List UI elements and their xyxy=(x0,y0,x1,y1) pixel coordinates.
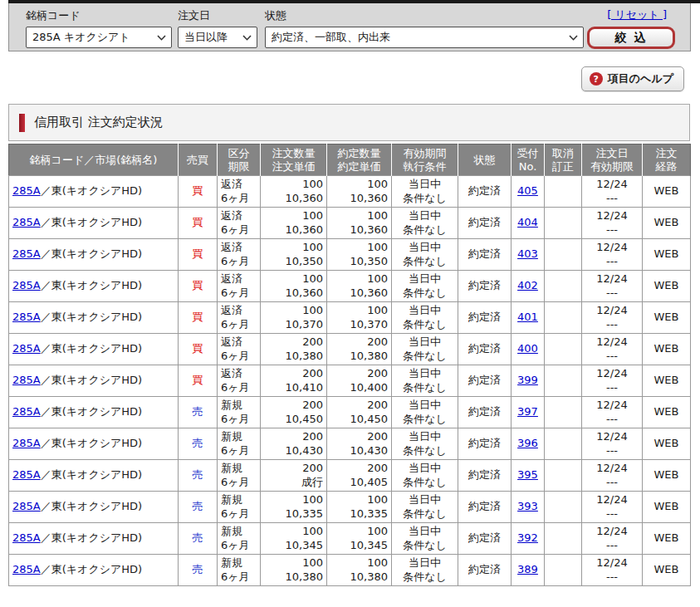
term-condition-cell: 当日中 条件なし xyxy=(392,365,458,397)
order-date-cell: 12/24 --- xyxy=(582,239,643,271)
market-name: ／東(キオクシアHD) xyxy=(41,531,142,544)
route-cell: WEB xyxy=(643,365,691,397)
market-name: ／東(キオクシアHD) xyxy=(41,563,142,575)
cancel-cell xyxy=(545,428,582,460)
receipt-no-link[interactable]: 389 xyxy=(517,563,538,575)
stock-code-link[interactable]: 285A xyxy=(12,342,41,355)
stock-code-link[interactable]: 285A xyxy=(12,247,41,260)
col-header-cancel: 取消 訂正 xyxy=(545,144,582,176)
route-cell: WEB xyxy=(643,208,691,239)
side-cell: 売 xyxy=(179,428,218,460)
stock-cell: 285A／東(キオクシアHD) xyxy=(9,397,179,428)
order-date-cell: 12/24 --- xyxy=(582,555,643,586)
exec-qty-price-cell: 200 10,405 xyxy=(327,460,392,492)
stock-code-link[interactable]: 285A xyxy=(12,468,41,481)
col-header-stock: 銘柄コード／市場(銘柄名) xyxy=(9,144,179,176)
receipt-no-link[interactable]: 402 xyxy=(517,279,538,291)
status-cell: 約定済 xyxy=(458,460,512,492)
col-header-side: 売買 xyxy=(179,144,218,176)
kubun-cell: 新規 6ヶ月 xyxy=(218,492,261,523)
term-condition-cell: 当日中 条件なし xyxy=(392,271,458,302)
receipt-no-link[interactable]: 400 xyxy=(517,342,538,355)
help-button[interactable]: ? 項目のヘルプ xyxy=(581,66,684,91)
col-header-term: 有効期間 執行条件 xyxy=(392,144,458,176)
stock-code-link[interactable]: 285A xyxy=(12,437,41,449)
cancel-cell xyxy=(545,460,582,492)
receipt-no-link[interactable]: 403 xyxy=(517,247,538,260)
route-cell: WEB xyxy=(643,302,691,334)
receipt-no-link[interactable]: 405 xyxy=(517,184,538,197)
table-row: 285A／東(キオクシアHD)買返済 6ヶ月200 10,380200 10,3… xyxy=(9,334,691,365)
stock-code-link[interactable]: 285A xyxy=(12,531,41,544)
table-row: 285A／東(キオクシアHD)売新規 6ヶ月100 10,345100 10,3… xyxy=(9,523,691,555)
stock-code-link[interactable]: 285A xyxy=(12,184,41,197)
status-cell: 約定済 xyxy=(458,523,512,555)
stock-code-link[interactable]: 285A xyxy=(12,500,41,512)
status-cell: 約定済 xyxy=(458,365,512,397)
stock-cell: 285A／東(キオクシアHD) xyxy=(9,208,179,239)
stock-cell: 285A／東(キオクシアHD) xyxy=(9,492,179,523)
table-row: 285A／東(キオクシアHD)売新規 6ヶ月100 10,335100 10,3… xyxy=(9,492,691,523)
exec-qty-price-cell: 200 10,380 xyxy=(327,334,392,365)
stock-cell: 285A／東(キオクシアHD) xyxy=(9,460,179,492)
kubun-cell: 新規 6ヶ月 xyxy=(218,428,261,460)
receipt-no-link[interactable]: 404 xyxy=(517,216,538,228)
table-header-row: 銘柄コード／市場(銘柄名) 売買 区分 期限 注文数量 注文単価 約定数量 約定… xyxy=(9,144,691,176)
stock-code-link[interactable]: 285A xyxy=(12,216,41,228)
market-name: ／東(キオクシアHD) xyxy=(41,279,142,291)
table-row: 285A／東(キオクシアHD)売新規 6ヶ月200 10,450200 10,4… xyxy=(9,397,691,428)
receipt-no-link[interactable]: 401 xyxy=(517,311,538,323)
receipt-no-link[interactable]: 395 xyxy=(517,468,538,481)
order-qty-price-cell: 100 10,360 xyxy=(261,176,327,208)
receipt-no-link[interactable]: 393 xyxy=(517,500,538,512)
route-cell: WEB xyxy=(643,397,691,428)
receipt-no-link[interactable]: 396 xyxy=(517,437,538,449)
panel-titlebar: 信用取引 注文約定状況 xyxy=(8,104,690,141)
order-qty-price-cell: 100 10,350 xyxy=(261,239,327,271)
exec-qty-price-cell: 200 10,450 xyxy=(327,397,392,428)
kubun-cell: 返済 6ヶ月 xyxy=(218,302,261,334)
order-qty-price-cell: 200 10,430 xyxy=(261,428,327,460)
kubun-cell: 返済 6ヶ月 xyxy=(218,176,261,208)
order-date-cell: 12/24 --- xyxy=(582,460,643,492)
stock-code-link[interactable]: 285A xyxy=(12,279,41,291)
receipt-no-link[interactable]: 397 xyxy=(517,405,538,418)
exec-qty-price-cell: 100 10,345 xyxy=(327,523,392,555)
stock-code-link[interactable]: 285A xyxy=(12,311,41,323)
stock-code-link[interactable]: 285A xyxy=(12,405,41,418)
side-cell: 買 xyxy=(179,208,218,239)
reset-link[interactable]: [ リセット ] xyxy=(607,7,667,22)
filter-apply-button[interactable]: 絞 込 xyxy=(587,27,675,49)
order-date-cell: 12/24 --- xyxy=(582,208,643,239)
order-qty-price-cell: 200 10,410 xyxy=(261,365,327,397)
order-qty-price-cell: 100 10,360 xyxy=(261,271,327,302)
status-select[interactable]: 約定済、一部取、内出来 xyxy=(265,27,584,48)
stock-code-select[interactable]: 285A キオクシアト xyxy=(26,27,172,48)
market-name: ／東(キオクシアHD) xyxy=(41,184,142,197)
market-name: ／東(キオクシアHD) xyxy=(41,468,142,481)
route-cell: WEB xyxy=(643,334,691,365)
market-name: ／東(キオクシアHD) xyxy=(41,374,142,386)
exec-qty-price-cell: 100 10,350 xyxy=(327,239,392,271)
status-cell: 約定済 xyxy=(458,176,512,208)
kubun-cell: 返済 6ヶ月 xyxy=(218,334,261,365)
order-date-select[interactable]: 当日以降 xyxy=(178,27,257,48)
stock-code-label: 銘柄コード xyxy=(26,8,81,23)
cancel-cell xyxy=(545,365,582,397)
receipt-no-link[interactable]: 392 xyxy=(517,531,538,544)
term-condition-cell: 当日中 条件なし xyxy=(392,460,458,492)
cancel-cell xyxy=(545,271,582,302)
market-name: ／東(キオクシアHD) xyxy=(41,216,142,228)
kubun-cell: 返済 6ヶ月 xyxy=(218,365,261,397)
stock-cell: 285A／東(キオクシアHD) xyxy=(9,555,179,586)
term-condition-cell: 当日中 条件なし xyxy=(392,176,458,208)
stock-code-link[interactable]: 285A xyxy=(12,563,41,575)
table-row: 285A／東(キオクシアHD)売新規 6ヶ月200 成行200 10,405当日… xyxy=(9,460,691,492)
stock-cell: 285A／東(キオクシアHD) xyxy=(9,428,179,460)
table-row: 285A／東(キオクシアHD)売新規 6ヶ月200 10,430200 10,4… xyxy=(9,428,691,460)
stock-code-link[interactable]: 285A xyxy=(12,374,41,386)
receipt-no-link[interactable]: 399 xyxy=(517,374,538,386)
filter-panel: 銘柄コード 注文日 状態 285A キオクシアト 当日以降 約定済、一部取、内出… xyxy=(8,3,691,51)
status-cell: 約定済 xyxy=(458,492,512,523)
cancel-cell xyxy=(545,208,582,239)
